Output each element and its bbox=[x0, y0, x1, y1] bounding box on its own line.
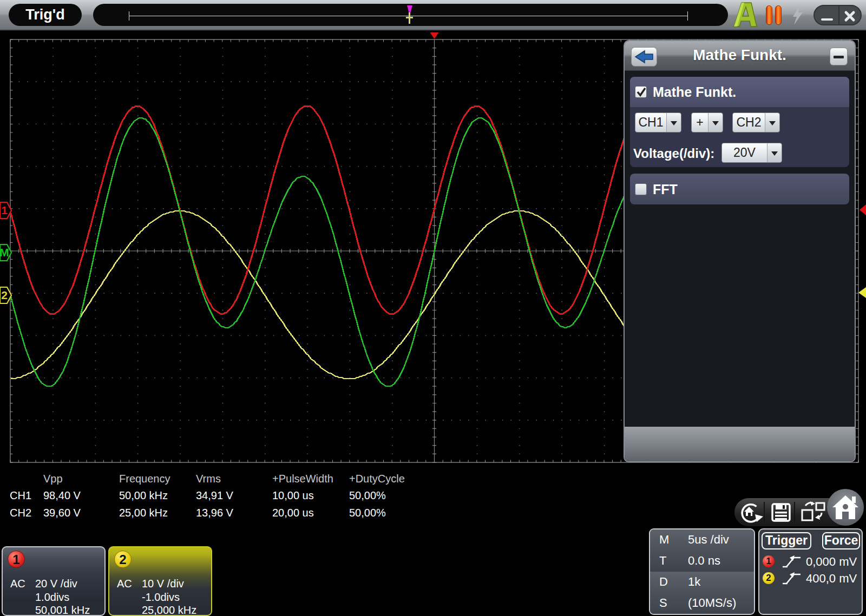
svg-text:2: 2 bbox=[1, 289, 8, 301]
svg-text:M: M bbox=[0, 246, 9, 259]
svg-text:1: 1 bbox=[1, 204, 8, 216]
